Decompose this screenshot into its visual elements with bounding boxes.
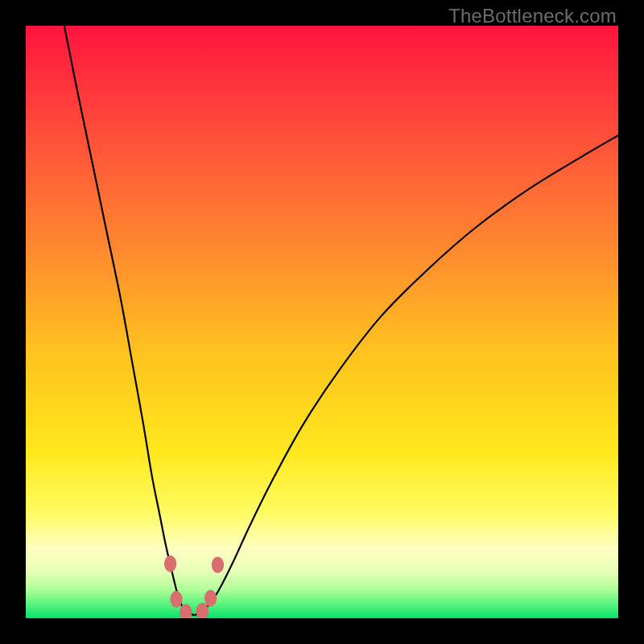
curve-layer xyxy=(26,26,618,618)
curve-right-branch xyxy=(195,135,618,615)
plot-area xyxy=(26,26,618,618)
bottom-markers xyxy=(164,555,224,618)
curve-marker xyxy=(204,590,217,607)
curve-marker xyxy=(170,591,182,608)
chart-frame: TheBottleneck.com xyxy=(0,0,644,644)
curve-left-branch xyxy=(64,26,195,615)
curve-marker xyxy=(212,556,224,573)
curve-marker xyxy=(164,555,176,572)
watermark-label: TheBottleneck.com xyxy=(448,5,617,27)
curve-marker xyxy=(196,603,208,618)
